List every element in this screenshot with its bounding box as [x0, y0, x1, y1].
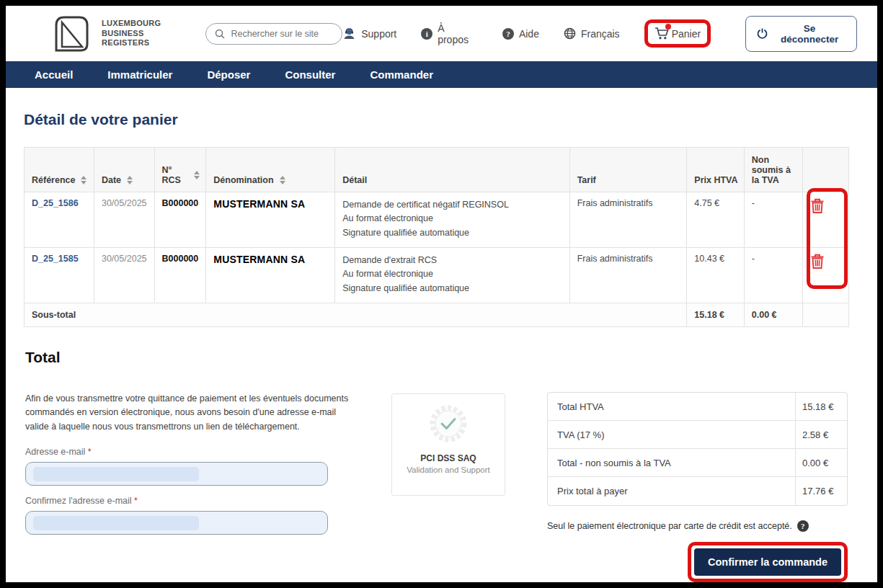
- power-icon: [757, 28, 768, 39]
- nav-item-consulter[interactable]: Consulter: [285, 68, 335, 81]
- about-label: À propos: [438, 22, 478, 45]
- row-prix-htva: 4.75 €: [687, 192, 744, 248]
- cart-icon: [655, 27, 669, 40]
- col-rcs[interactable]: N° RCS: [154, 148, 206, 192]
- redacted-email-value: [33, 467, 199, 481]
- logout-label: Se déconnecter: [773, 23, 846, 45]
- col-detail: Détail: [335, 148, 569, 192]
- row-detail: Demande de certificat négatif REGINSOL A…: [335, 192, 569, 248]
- col-tarif: Tarif: [569, 148, 687, 192]
- row-non-soumis: -: [744, 192, 803, 248]
- nav-item-accueil[interactable]: Accueil: [35, 68, 73, 81]
- brand-name: LUXEMBOURG BUSINESS REGISTERS: [102, 19, 161, 48]
- subtotal-label: Sous-total: [25, 303, 687, 327]
- required-asterisk: *: [88, 447, 92, 457]
- support-agent-icon: [342, 27, 356, 40]
- totals-row: Total - non soumis à la TVA 0.00 €: [548, 449, 847, 477]
- required-asterisk: *: [134, 496, 138, 506]
- row-non-soumis: -: [744, 248, 803, 303]
- support-label: Support: [361, 28, 396, 40]
- row-denomination: MUSTERMANN SA: [206, 248, 335, 303]
- header: LUXEMBOURG BUSINESS REGISTERS: [6, 6, 877, 61]
- help-link[interactable]: ? Aide: [502, 28, 539, 40]
- site-search[interactable]: [205, 23, 342, 45]
- cart-badge-dot: [665, 24, 671, 30]
- total-section-title: Total: [25, 349, 855, 366]
- highlight-annotation-confirm: Confirmer la commande: [688, 542, 848, 582]
- redacted-email-value: [33, 516, 199, 530]
- row-prix-htva: 10.43 €: [687, 248, 744, 303]
- help-label: Aide: [519, 28, 539, 40]
- nav-item-deposer[interactable]: Déposer: [207, 68, 250, 81]
- table-header-row: Référence Date N° RCS Dénomination Détai…: [25, 148, 849, 192]
- question-icon: ?: [502, 28, 514, 40]
- row-date: 30/05/2025: [94, 248, 154, 303]
- logout-button[interactable]: Se déconnecter: [745, 16, 857, 52]
- col-non-soumis: Non soumis à la TVA: [744, 148, 803, 192]
- sort-icon[interactable]: [280, 176, 285, 184]
- nav-item-commander[interactable]: Commander: [370, 68, 433, 81]
- col-actions: [803, 148, 849, 192]
- pci-seal-check-icon: [429, 404, 468, 443]
- search-icon: [215, 29, 225, 39]
- totals-row: Prix total à payer 17.76 €: [548, 477, 847, 505]
- table-row: D_25_1585 30/05/2025 B000000 MUSTERMANN …: [25, 248, 849, 303]
- support-link[interactable]: Support: [342, 27, 396, 40]
- row-denomination: MUSTERMANN SA: [206, 192, 335, 248]
- row-tarif: Frais administratifs: [569, 248, 687, 303]
- app-window: LUXEMBOURG BUSINESS REGISTERS: [6, 6, 877, 582]
- cart-table-wrap: Référence Date N° RCS Dénomination Détai…: [24, 147, 849, 327]
- search-input[interactable]: [231, 29, 333, 39]
- globe-icon: [564, 27, 576, 40]
- pci-badge-subtitle: Validation and Support: [392, 466, 505, 474]
- row-rcs: B000000: [154, 248, 206, 303]
- delete-item-button[interactable]: [810, 198, 825, 214]
- question-icon[interactable]: ?: [797, 520, 809, 532]
- totals-table: Total HTVA 15.18 € TVA (17 %) 2.58 € Tot…: [547, 392, 848, 506]
- language-selector[interactable]: Français: [564, 27, 620, 40]
- row-date: 30/05/2025: [94, 192, 154, 248]
- confirm-order-button[interactable]: Confirmer la commande: [694, 548, 841, 576]
- reference-link[interactable]: D_25_1585: [25, 248, 94, 303]
- language-label: Français: [581, 28, 620, 40]
- about-link[interactable]: i À propos: [421, 22, 478, 45]
- table-row: D_25_1586 30/05/2025 B000000 MUSTERMANN …: [25, 192, 849, 248]
- col-prix-htva: Prix HTVA: [687, 148, 744, 192]
- delete-item-button[interactable]: [810, 254, 825, 270]
- reference-link[interactable]: D_25_1586: [25, 192, 94, 248]
- cart-table: Référence Date N° RCS Dénomination Détai…: [24, 147, 849, 327]
- col-date[interactable]: Date: [94, 148, 154, 192]
- totals-row: TVA (17 %) 2.58 €: [548, 421, 847, 449]
- pci-badge: PCI DSS SAQ Validation and Support: [391, 393, 505, 496]
- col-reference[interactable]: Référence: [25, 148, 94, 192]
- info-icon: i: [421, 28, 432, 40]
- sort-icon[interactable]: [194, 171, 200, 179]
- row-rcs: B000000: [154, 192, 206, 248]
- row-tarif: Frais administratifs: [569, 192, 687, 248]
- sort-icon[interactable]: [127, 176, 133, 184]
- subtotal-row: Sous-total 15.18 € 0.00 €: [25, 303, 849, 327]
- subtotal-prix-htva: 15.18 €: [687, 303, 744, 327]
- highlight-annotation-cart: Panier: [644, 19, 711, 48]
- cart-link[interactable]: Panier: [648, 23, 707, 44]
- main-nav: Accueil Immatriculer Déposer Consulter C…: [6, 61, 877, 88]
- email-field[interactable]: [25, 462, 328, 486]
- cart-label: Panier: [672, 28, 701, 40]
- trash-icon: [810, 254, 825, 270]
- totals-row: Total HTVA 15.18 €: [548, 393, 847, 421]
- row-detail: Demande d'extrait RCS Au format électron…: [335, 248, 569, 303]
- subtotal-non-soumis: 0.00 €: [744, 303, 803, 327]
- trash-icon: [810, 198, 825, 214]
- nav-item-immatriculer[interactable]: Immatriculer: [107, 68, 172, 81]
- email-confirm-field[interactable]: [25, 511, 328, 535]
- sort-icon[interactable]: [81, 176, 86, 184]
- email-label: Adresse e-mail *: [25, 447, 350, 457]
- col-denomination[interactable]: Dénomination: [206, 148, 335, 192]
- payment-note: Seul le paiement électronique par carte …: [547, 520, 848, 532]
- email-confirm-label: Confirmez l'adresse e-mail *: [25, 496, 350, 506]
- page-title: Détail de votre panier: [24, 111, 855, 128]
- lbr-logo-icon: [52, 15, 92, 53]
- pci-badge-title: PCI DSS SAQ: [392, 453, 505, 463]
- email-instructions: Afin de vous transmettre votre quittance…: [25, 392, 350, 434]
- logo[interactable]: LUXEMBOURG BUSINESS REGISTERS: [52, 15, 161, 53]
